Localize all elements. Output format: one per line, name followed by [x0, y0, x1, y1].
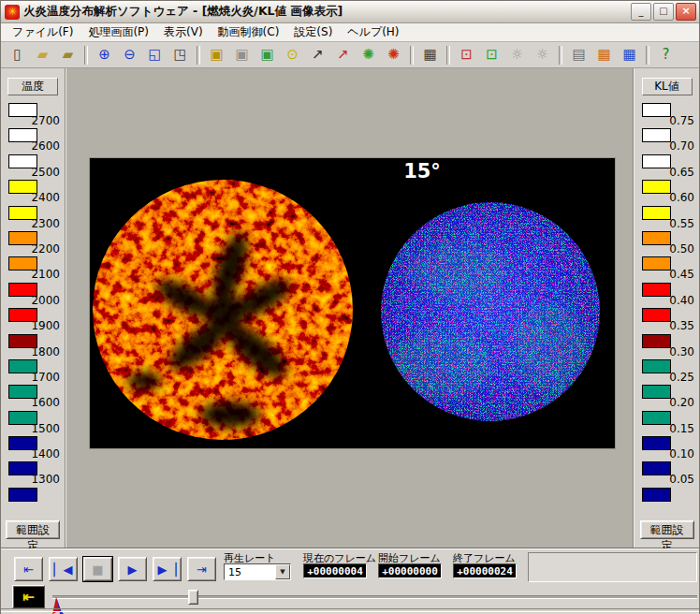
- kl-range-settings-button[interactable]: 範囲設定: [640, 520, 694, 539]
- scale-row: 0.05: [642, 461, 699, 487]
- graph-redblue-button[interactable]: ↗: [331, 44, 355, 66]
- color-swatch: [642, 180, 671, 194]
- capture-auto-button[interactable]: ▣: [205, 44, 228, 66]
- scale-tick-label: 1700: [31, 371, 60, 384]
- title-bar: ✳ 火炎温度分布解析ソフトウェア - [燃焼火炎/KL値 画像表示] _ □ ×: [1, 1, 699, 23]
- scale-row: 0.70: [642, 128, 699, 154]
- scale-tick-label: 2600: [31, 139, 60, 153]
- maximize-button[interactable]: □: [653, 3, 674, 21]
- menu-process-screen[interactable]: 処理画面(P): [80, 23, 156, 41]
- scale-row: 0.10: [642, 436, 699, 461]
- scale-row: 0.45: [642, 256, 699, 282]
- graph-line-button[interactable]: ↗: [306, 44, 329, 66]
- color-swatch: [642, 103, 671, 117]
- scale-tick-label: 2400: [31, 191, 60, 204]
- graph-redblue-icon: ↗: [337, 48, 349, 62]
- color-swatch: [642, 436, 671, 450]
- scale-tick-label: 0.10: [669, 447, 694, 460]
- menu-settings[interactable]: 設定(S): [286, 23, 340, 41]
- menu-view[interactable]: 表示(V): [156, 23, 211, 41]
- fit-window-button[interactable]: ◱: [143, 44, 167, 66]
- scale-row: 1900: [8, 308, 65, 333]
- temperature-scale-rows: 2700260025002400230022002100200019001800…: [8, 103, 65, 513]
- end-frame-group: 終了フレーム+00000024: [453, 551, 518, 565]
- scale-row: 1600: [8, 385, 65, 410]
- new-file-button[interactable]: ▯: [6, 44, 29, 66]
- flame-green-button[interactable]: ✺: [357, 44, 380, 66]
- zoom-in-button[interactable]: ⊕: [93, 44, 116, 66]
- scale-row: 1400: [8, 436, 65, 461]
- color-swatch: [642, 231, 671, 245]
- minimize-button[interactable]: _: [631, 3, 651, 21]
- capture-color-button[interactable]: ▣: [255, 44, 279, 66]
- scale-tick-label: 1800: [31, 345, 60, 358]
- jump-to-start-button[interactable]: ⇤: [12, 585, 45, 608]
- save-folder-button[interactable]: ▰: [56, 44, 80, 66]
- toolbar-separator: [197, 46, 200, 65]
- scale-row: 0.75: [642, 103, 699, 128]
- frame-slider-track[interactable]: [52, 595, 697, 599]
- edit-size-button[interactable]: ◳: [168, 44, 192, 66]
- color-swatch: [642, 154, 671, 168]
- scale-tick-label: 0.50: [669, 242, 694, 256]
- capture-gray-button[interactable]: ▣: [230, 44, 254, 66]
- grid-button[interactable]: ▦: [418, 44, 442, 66]
- menu-help[interactable]: ヘルプ(H): [340, 23, 406, 41]
- image-display-panel: 15°: [90, 158, 615, 448]
- help-button[interactable]: ?: [654, 44, 678, 66]
- scale-tick-label: 0.60: [669, 191, 694, 204]
- scale-row: 0.25: [642, 359, 699, 385]
- color-swatch: [642, 461, 671, 475]
- start-frame-display: +00000000: [378, 563, 442, 578]
- scale-row: 2200: [8, 231, 65, 256]
- menu-file[interactable]: ファイル(F): [5, 23, 80, 41]
- prev-frame-button[interactable]: ▏◀: [49, 557, 78, 581]
- roi-green-button[interactable]: ⊡: [480, 44, 503, 66]
- scale-row: 2500: [8, 154, 65, 180]
- scale-tick-label: 0.75: [669, 114, 694, 127]
- scale-tick-label: 2200: [31, 242, 60, 256]
- fan-prev-button[interactable]: ☼: [505, 44, 529, 66]
- graph-line-icon: ↗: [312, 48, 324, 62]
- play-button[interactable]: ▶: [118, 557, 147, 581]
- zoom-out-button[interactable]: ⊖: [118, 44, 141, 66]
- menu-movie-control[interactable]: 動画制御(C): [211, 23, 287, 41]
- toolbar-separator: [559, 46, 562, 65]
- scale-row: 0.30: [642, 334, 699, 359]
- film-viewer-button[interactable]: ▤: [567, 44, 591, 66]
- scale-row: 2100: [8, 256, 65, 282]
- scale-row: 0.50: [642, 231, 699, 256]
- application-window: ✳ 火炎温度分布解析ソフトウェア - [燃焼火炎/KL値 画像表示] _ □ ×…: [0, 0, 700, 614]
- color-swatch: [642, 334, 671, 348]
- open-folder-button[interactable]: ▰: [31, 44, 54, 66]
- table-orange-button[interactable]: ▦: [592, 44, 616, 66]
- chevron-down-icon[interactable]: ▼: [275, 564, 290, 579]
- playback-rate-select[interactable]: 15 ▼: [224, 563, 291, 580]
- go-last-button[interactable]: ⇥: [187, 557, 216, 581]
- flame-red-button[interactable]: ✺: [382, 44, 405, 66]
- scale-row: 1700: [8, 359, 65, 385]
- roi-red-icon: ⊡: [460, 48, 473, 62]
- go-first-button[interactable]: ⇤: [14, 557, 43, 581]
- stop-button[interactable]: ■: [83, 557, 112, 581]
- roi-red-button[interactable]: ⊡: [455, 44, 478, 66]
- fan-next-button[interactable]: ☼: [531, 44, 554, 66]
- kl-scale-rows: 0.750.700.650.600.550.500.450.400.350.30…: [642, 103, 699, 513]
- spray-angle-label: 15°: [389, 160, 455, 183]
- zoom-out-icon: ⊖: [124, 48, 136, 62]
- scale-tick-label: 1500: [31, 422, 60, 435]
- probe-point-button[interactable]: ⊙: [281, 44, 304, 66]
- scale-tick-label: 0.30: [669, 345, 694, 358]
- scale-tick-label: 0.05: [669, 473, 694, 486]
- color-swatch: [642, 488, 671, 502]
- next-frame-button[interactable]: ▶▕: [153, 557, 182, 581]
- scale-row: 0.60: [642, 180, 699, 205]
- toolbar-separator: [84, 46, 88, 65]
- close-button[interactable]: ×: [676, 3, 696, 21]
- table-blue-button[interactable]: ▦: [618, 44, 641, 66]
- temperature-range-settings-button[interactable]: 範囲設定: [6, 520, 60, 539]
- scale-row: 2700: [8, 103, 65, 128]
- scale-row: 0.40: [642, 283, 699, 308]
- fit-window-icon: ◱: [148, 48, 161, 62]
- frame-slider-thumb[interactable]: [188, 590, 198, 605]
